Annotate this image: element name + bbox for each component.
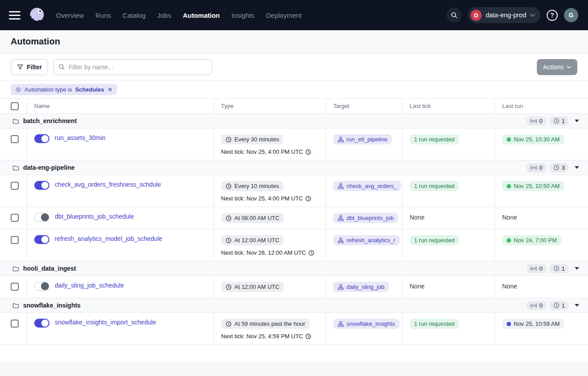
schedule-name-link[interactable]: refresh_analytics_model_job_schedule [55,235,162,242]
filter-chip-automation-type[interactable]: Automation type is Schedules ✕ [11,84,117,95]
nav-item-runs[interactable]: Runs [96,12,111,19]
schedule-toggle[interactable] [34,282,49,291]
job-graph-icon [338,321,344,327]
sensor-icon [530,119,537,124]
last-run-pill[interactable]: Nov 24, 7:00 PM [502,235,561,245]
search-input[interactable] [53,59,212,75]
target-job-pill[interactable]: daily_sling_job [333,282,389,292]
schedule-count-badge: 3 [550,163,568,172]
menu-icon[interactable] [9,11,20,20]
avatar[interactable]: G [564,8,578,22]
last-run-pill[interactable]: Nov 25, 10:50 AM [502,181,564,191]
target-job-pill[interactable]: dbt_blueprints_job [333,213,398,223]
job-graph-icon [338,183,344,189]
row-checkbox[interactable] [11,236,19,244]
target-job-pill[interactable]: snowflake_insights [333,319,399,329]
next-tick-text: Next tick: Nov 25, 4:59 PM UTC [221,333,311,340]
schedule-toggle[interactable] [34,319,49,328]
nav-item-insights[interactable]: Insights [231,12,254,19]
target-job-pill[interactable]: refresh_analytics_r [333,235,400,245]
close-icon[interactable]: ✕ [108,86,113,93]
schedule-type-text: At 59 minutes past the hour [234,320,305,327]
folder-icon [12,118,19,124]
clock-icon [553,164,560,171]
last-run-text: Nov 25, 10:30 AM [514,136,560,143]
search-icon[interactable] [447,8,462,23]
table-header-row: Name Type Target Last tick Last run [0,99,588,114]
target-job-name: snowflake_insights [346,320,395,327]
nav-item-deployment[interactable]: Deployment [266,12,302,19]
filter-button-label: Filter [27,64,42,71]
schedule-type-pill: Every 30 minutes [221,134,283,144]
group-counts: 01 [527,116,579,126]
deployment-switcher[interactable]: D data-eng-prod [468,7,540,23]
collapse-caret-icon[interactable] [575,304,579,307]
row-checkbox[interactable] [11,135,19,143]
schedule-toggle[interactable] [34,235,49,244]
last-tick-pill: 1 run requested [410,134,459,144]
target-job-pill[interactable]: run_etl_pipeline [333,134,392,144]
schedule-name-link[interactable]: check_avg_orders_freshness_schdule [55,181,161,188]
group-counts: 03 [527,163,579,172]
schedule-name-link[interactable]: dbt_blueprints_job_schedule [55,213,134,220]
sensor-count-badge: 0 [527,264,546,273]
toolbar: Filter Actions [0,53,588,80]
last-tick-text: 1 run requested [414,183,455,189]
select-all-checkbox[interactable] [11,102,19,110]
job-graph-icon [338,215,344,221]
active-filters-row: Automation type is Schedules ✕ [0,80,588,98]
row-checkbox[interactable] [11,214,19,222]
group-counts: 01 [527,301,579,310]
nav-item-overview[interactable]: Overview [56,12,84,19]
nav-item-catalog[interactable]: Catalog [123,12,146,19]
schedule-toggle[interactable] [34,181,49,190]
job-graph-icon [338,136,344,143]
schedule-type-text: Every 10 minutes [234,183,279,189]
schedule-toggle[interactable] [34,213,49,222]
column-header-target: Target [326,99,402,113]
sensor-icon [530,266,537,271]
help-icon[interactable]: ? [547,10,558,21]
row-checkbox[interactable] [11,182,19,190]
group-counts: 01 [527,264,579,273]
last-run-pill[interactable]: Nov 25, 10:30 AM [502,134,564,144]
footer-strip [0,361,588,376]
schedule-count: 1 [562,118,565,124]
schedule-name-link[interactable]: run_assets_30min [55,134,105,141]
next-tick-text: Next tick: Nov 25, 4:00 PM UTC [221,195,311,202]
row-checkbox[interactable] [11,320,19,328]
filter-button[interactable]: Filter [11,59,48,75]
last-tick-none: None [410,213,424,221]
row-checkbox[interactable] [11,283,19,291]
clock-icon [305,149,311,155]
target-job-name: daily_sling_job [346,284,384,290]
last-tick-pill: 1 run requested [410,181,459,191]
collapse-caret-icon[interactable] [575,267,579,270]
nav-item-jobs[interactable]: Jobs [157,12,171,19]
schedule-name-link[interactable]: snowflake_insights_import_schedule [55,319,156,326]
nav-item-automation[interactable]: Automation [183,12,220,19]
page-header: Automation [0,30,588,53]
group-row-snowflake_insights[interactable]: snowflake_insights01 [0,298,588,313]
sensor-icon [530,303,537,308]
schedule-toggle[interactable] [34,134,49,143]
folder-icon [12,164,19,171]
group-row-batch_enrichment[interactable]: batch_enrichment01 [0,114,588,128]
clock-icon [308,250,314,256]
dagster-logo-icon[interactable] [28,6,46,24]
target-job-pill[interactable]: check_avg_orders_ [333,181,401,191]
last-run-text: Nov 25, 10:50 AM [514,183,560,189]
sensor-count-badge: 0 [527,301,546,310]
actions-button[interactable]: Actions [537,59,577,75]
next-tick-text: Next tick: Nov 26, 12:00 AM UTC [221,249,314,256]
group-row-data-eng-pipeline[interactable]: data-eng-pipeline03 [0,160,588,175]
table-row: daily_sling_job_scheduleAt 12:00 AM UTCd… [0,276,588,298]
schedule-count: 3 [562,164,565,171]
schedule-name-link[interactable]: daily_sling_job_schedule [55,282,124,289]
last-run-pill[interactable]: Nov 25, 10:59 AM [502,319,564,329]
schedule-count-badge: 1 [550,301,568,310]
group-row-hooli_data_ingest[interactable]: hooli_data_ingest01 [0,261,588,276]
collapse-caret-icon[interactable] [575,166,579,169]
group-name: snowflake_insights [23,302,81,309]
collapse-caret-icon[interactable] [575,120,579,122]
